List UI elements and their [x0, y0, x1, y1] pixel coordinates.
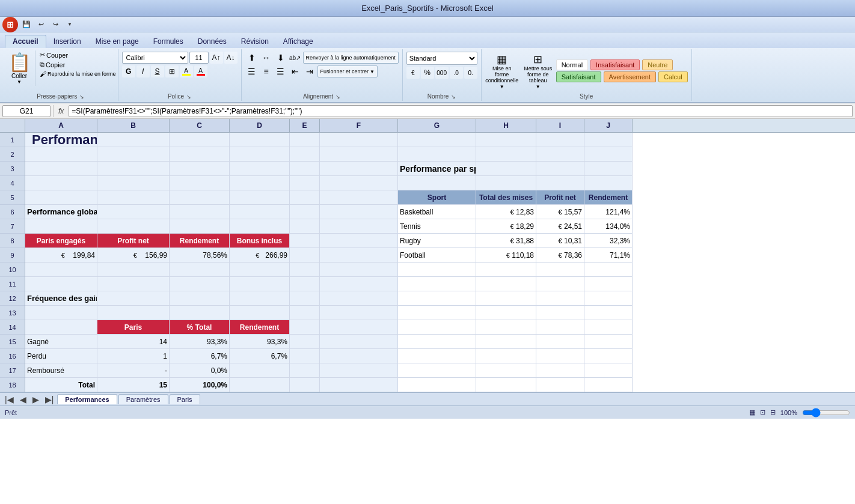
sheet-nav-first[interactable]: |◀ — [2, 395, 16, 404]
decrease-indent-button[interactable]: ⇤ — [289, 65, 302, 77]
cell-j3[interactable] — [584, 162, 633, 176]
cell-d8-bonus-header[interactable]: Bonus inclus — [230, 234, 290, 248]
cell-g12[interactable] — [398, 291, 476, 306]
cell-e15[interactable] — [290, 335, 320, 349]
cell-b5[interactable] — [97, 190, 170, 205]
cell-e12[interactable] — [290, 291, 320, 306]
cell-e13[interactable] — [290, 306, 320, 320]
row-num-10[interactable]: 10 — [0, 263, 25, 277]
cell-d11[interactable] — [230, 277, 290, 291]
cell-d18[interactable] — [230, 378, 290, 392]
cell-c18-total-pct[interactable]: 100,0% — [170, 378, 230, 392]
cell-e5[interactable] — [290, 190, 320, 205]
cell-g11[interactable] — [398, 277, 476, 291]
cell-a5[interactable] — [25, 190, 97, 205]
cell-j10[interactable] — [584, 263, 633, 277]
cell-h8-rugby-mises[interactable]: € 31,88 — [476, 234, 536, 248]
cell-g1[interactable] — [398, 133, 476, 147]
cell-c1[interactable] — [170, 133, 230, 147]
cell-j9-football-rendement[interactable]: 71,1% — [584, 248, 633, 263]
cell-b9-profit-val[interactable]: € 156,99 — [97, 248, 170, 263]
row-num-5[interactable]: 5 — [0, 190, 25, 205]
font-size-input[interactable] — [189, 52, 209, 64]
sheet-nav-last[interactable]: ▶| — [43, 395, 57, 404]
row-num-13[interactable]: 13 — [0, 306, 25, 320]
cell-a10[interactable] — [25, 263, 97, 277]
row-num-4[interactable]: 4 — [0, 176, 25, 190]
align-bottom-button[interactable]: ⬇ — [274, 52, 287, 64]
cell-b10[interactable] — [97, 263, 170, 277]
sheet-tab-parametres[interactable]: Paramètres — [118, 394, 168, 404]
cell-e11[interactable] — [290, 277, 320, 291]
cell-f18[interactable] — [320, 378, 398, 392]
cell-a3[interactable] — [25, 162, 97, 176]
cell-c11[interactable] — [170, 277, 230, 291]
cell-c4[interactable] — [170, 176, 230, 190]
cell-a1[interactable]: Performances — [25, 133, 97, 147]
accounting-format-button[interactable]: € — [406, 67, 420, 79]
cell-h10[interactable] — [476, 263, 536, 277]
cell-j7-tennis-rendement[interactable]: 134,0% — [584, 219, 633, 234]
cell-j2[interactable] — [584, 147, 633, 162]
cell-b13[interactable] — [97, 306, 170, 320]
cell-i16[interactable] — [536, 349, 584, 363]
tab-mise-en-page[interactable]: Mise en page — [88, 35, 146, 48]
underline-button[interactable]: S — [151, 65, 164, 77]
office-button[interactable]: ⊞ — [2, 17, 18, 32]
row-num-1[interactable]: 1 — [0, 133, 25, 147]
col-header-d[interactable]: D — [230, 119, 290, 132]
cell-b2[interactable] — [97, 147, 170, 162]
cell-a13[interactable] — [25, 306, 97, 320]
cell-b17-rembourse-paris[interactable]: - — [97, 363, 170, 378]
align-middle-button[interactable]: ↔ — [260, 52, 273, 64]
cell-j13[interactable] — [584, 306, 633, 320]
view-layout-icon[interactable]: ⊡ — [760, 408, 765, 416]
row-num-14[interactable]: 14 — [0, 320, 25, 335]
cell-c2[interactable] — [170, 147, 230, 162]
cell-j14[interactable] — [584, 320, 633, 335]
format-painter-button[interactable]: 🖌 Reproduire la mise en forme — [38, 70, 118, 78]
cell-d1[interactable] — [230, 133, 290, 147]
cell-d15-gagne-rendement[interactable]: 93,3% — [230, 335, 290, 349]
cell-b14-paris-header[interactable]: Paris — [97, 320, 170, 335]
col-header-f[interactable]: F — [320, 119, 398, 132]
cell-c13[interactable] — [170, 306, 230, 320]
cell-g18[interactable] — [398, 378, 476, 392]
cell-i7-tennis-profit[interactable]: € 24,51 — [536, 219, 584, 234]
cell-c7[interactable] — [170, 219, 230, 234]
cell-c5[interactable] — [170, 190, 230, 205]
cell-f10[interactable] — [320, 263, 398, 277]
col-header-c[interactable]: C — [170, 119, 230, 132]
number-format-selector[interactable]: Standard — [406, 52, 477, 65]
cell-b1[interactable] — [97, 133, 170, 147]
col-header-i[interactable]: I — [536, 119, 584, 132]
row-num-6[interactable]: 6 — [0, 205, 25, 219]
cell-f3[interactable] — [320, 162, 398, 176]
cell-f2[interactable] — [320, 147, 398, 162]
cell-b3[interactable] — [97, 162, 170, 176]
cell-c9-rendement-val[interactable]: 78,56% — [170, 248, 230, 263]
cell-a9-paris-val[interactable]: € 199,84 — [25, 248, 97, 263]
cell-j6-basketball-rendement[interactable]: 121,4% — [584, 205, 633, 219]
cell-f12[interactable] — [320, 291, 398, 306]
cell-f4[interactable] — [320, 176, 398, 190]
cell-d12[interactable] — [230, 291, 290, 306]
fill-color-button[interactable]: A — [180, 65, 193, 77]
style-satisfaisant-box[interactable]: Satisfaisant — [556, 71, 601, 82]
wrap-text-button[interactable]: Renvoyer à la ligne automatiquement — [303, 52, 399, 64]
cell-f7[interactable] — [320, 219, 398, 234]
cell-i12[interactable] — [536, 291, 584, 306]
increase-font-button[interactable]: A↑ — [210, 52, 223, 64]
cell-f16[interactable] — [320, 349, 398, 363]
cell-g13[interactable] — [398, 306, 476, 320]
cell-h3[interactable] — [476, 162, 536, 176]
cell-a17-rembourse[interactable]: Remboursé — [25, 363, 97, 378]
cell-i18[interactable] — [536, 378, 584, 392]
zoom-slider[interactable] — [802, 408, 850, 417]
cell-e1[interactable] — [290, 133, 320, 147]
cell-e2[interactable] — [290, 147, 320, 162]
cell-i14[interactable] — [536, 320, 584, 335]
cell-h2[interactable] — [476, 147, 536, 162]
row-num-17[interactable]: 17 — [0, 363, 25, 378]
align-left-button[interactable]: ☰ — [245, 65, 259, 77]
